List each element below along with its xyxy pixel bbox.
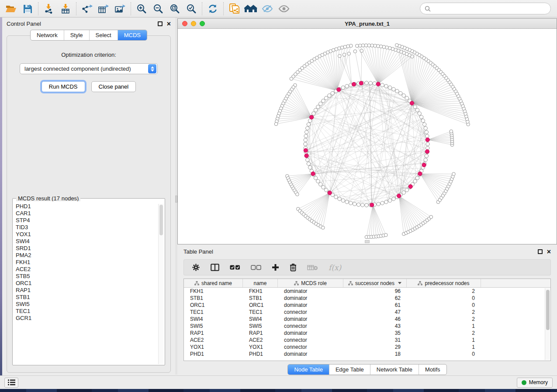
zoom-fit-button[interactable]	[166, 1, 183, 16]
add-column-button[interactable]	[272, 264, 279, 271]
result-node-item[interactable]: ACE2	[16, 266, 164, 273]
zoom-out-button[interactable]	[150, 1, 166, 16]
table-row[interactable]: SWI5SWI5connector431	[184, 323, 550, 330]
column-header-name[interactable]: name	[243, 279, 278, 287]
search-input[interactable]	[433, 5, 546, 12]
delete-table-button[interactable]	[307, 265, 318, 271]
node	[424, 158, 427, 162]
column-header-MCDS-role[interactable]: MCDS role	[278, 279, 343, 287]
delete-column-button[interactable]	[290, 263, 297, 272]
result-node-item[interactable]: CAR1	[16, 210, 164, 217]
mcds-node	[418, 172, 422, 175]
split-view-button[interactable]	[211, 264, 219, 271]
edge	[420, 174, 438, 202]
first-neighbors-button[interactable]	[242, 1, 259, 16]
result-node-item[interactable]: RAP1	[16, 287, 164, 294]
table-settings-button[interactable]	[192, 263, 200, 272]
node	[388, 199, 391, 202]
export-network-button[interactable]	[79, 1, 95, 16]
splitter-handle[interactable]	[175, 196, 177, 203]
result-node-item[interactable]: TEC1	[16, 308, 164, 315]
tab-network[interactable]: Network	[31, 30, 64, 40]
table-scrollbar-thumb[interactable]	[546, 290, 550, 330]
result-node-item[interactable]: TID3	[16, 224, 164, 231]
result-node-item[interactable]: YOX1	[16, 231, 164, 238]
result-node-item[interactable]: SRD1	[16, 245, 164, 252]
memory-button[interactable]: Memory	[517, 378, 553, 388]
hide-selected-button[interactable]	[259, 1, 276, 16]
column-header-successor-nodes[interactable]: successor nodes	[343, 279, 407, 287]
tab-mcds[interactable]: MCDS	[118, 30, 147, 40]
result-node-item[interactable]: FKH1	[16, 259, 164, 266]
edge	[300, 193, 330, 211]
network-window-titlebar[interactable]: YPA_prune.txt_1	[178, 19, 557, 29]
result-node-item[interactable]: STP4	[16, 217, 164, 224]
desktop-wallpaper-bottom	[0, 389, 557, 392]
edge	[309, 103, 412, 165]
result-node-item[interactable]: ORC1	[16, 280, 164, 287]
column-header-shared-name[interactable]: shared name	[184, 279, 243, 287]
panel-splitter[interactable]	[175, 17, 177, 375]
run-mcds-button[interactable]: Run MCDS	[42, 81, 85, 92]
column-header-predecessor-nodes[interactable]: predecessor nodes	[407, 279, 481, 287]
table-tab-network-table[interactable]: Network Table	[370, 364, 419, 375]
canvas-grip[interactable]	[365, 240, 370, 243]
column-label: successor nodes	[355, 280, 394, 286]
result-scrollbar-thumb[interactable]	[159, 205, 163, 235]
table-row[interactable]: FKH1FKH1dominator962	[184, 288, 550, 295]
result-node-item[interactable]: STB5	[16, 273, 164, 280]
table-row[interactable]: PHD1PHD1dominator180	[184, 351, 550, 358]
node	[307, 123, 310, 126]
table-cell: dominator	[278, 330, 343, 336]
save-session-button[interactable]	[19, 1, 36, 16]
search-field[interactable]	[420, 3, 551, 14]
zoom-in-button[interactable]	[133, 1, 150, 16]
result-node-item[interactable]: STB1	[16, 294, 164, 301]
open-file-button[interactable]	[3, 1, 19, 16]
float-table-panel-icon[interactable]	[538, 249, 543, 254]
copy-network-button[interactable]	[226, 1, 242, 16]
tab-style[interactable]: Style	[64, 30, 89, 40]
table-row[interactable]: TEC1TEC1connector472	[184, 309, 550, 316]
node	[296, 193, 299, 196]
float-panel-icon[interactable]	[158, 21, 163, 26]
table-row[interactable]: STB1STB1dominator620	[184, 295, 550, 302]
export-image-button[interactable]	[112, 1, 128, 16]
table-tab-motifs[interactable]: Motifs	[419, 364, 446, 375]
table-row[interactable]: RAP1RAP1dominator352	[184, 330, 550, 337]
mcds-tab-content: Optimization criterion: largest connecte…	[7, 35, 171, 373]
function-builder-button[interactable]: f(x)	[329, 263, 341, 272]
result-node-item[interactable]: PMA2	[16, 252, 164, 259]
close-table-panel-icon[interactable]: ×	[547, 249, 551, 254]
table-tab-node-table[interactable]: Node Table	[288, 364, 329, 375]
close-panel-icon[interactable]: ×	[167, 21, 171, 26]
import-table-button[interactable]	[57, 1, 74, 16]
result-node-item[interactable]: GCR1	[16, 315, 164, 322]
table-scrollbar[interactable]	[545, 288, 550, 360]
deselect-all-button[interactable]	[251, 265, 261, 270]
zoom-selected-button[interactable]	[183, 1, 200, 16]
control-panel-header: Control Panel ×	[2, 17, 175, 30]
table-tab-edge-table[interactable]: Edge Table	[329, 364, 370, 375]
tab-select[interactable]: Select	[89, 30, 118, 40]
export-table-button[interactable]	[95, 1, 112, 16]
result-node-item[interactable]: PHD1	[16, 203, 164, 210]
table-row[interactable]: YOX1YOX1connector291	[184, 344, 550, 351]
table-row[interactable]: SWI4SWI4dominator462	[184, 316, 550, 323]
network-canvas[interactable]	[178, 29, 557, 244]
table-tabs: Node TableEdge TableNetwork TableMotifs	[177, 364, 557, 375]
select-all-button[interactable]	[230, 265, 240, 270]
task-history-button[interactable]	[4, 378, 18, 388]
edge	[412, 87, 453, 103]
mcds-result-list[interactable]: PHD1CAR1STP4TID3YOX1SWI4SRD1PMA2FKH1ACE2…	[13, 201, 164, 364]
criterion-dropdown[interactable]: largest connected component (undirected)	[20, 63, 158, 74]
result-node-item[interactable]: SWI4	[16, 238, 164, 245]
show-all-button[interactable]	[276, 1, 292, 16]
close-panel-button[interactable]: Close panel	[91, 81, 136, 92]
result-scrollbar[interactable]	[158, 204, 164, 364]
table-row[interactable]: ORC1ORC1dominator610	[184, 302, 550, 309]
refresh-button[interactable]	[204, 1, 221, 16]
table-row[interactable]: ACE2ACE2connector311	[184, 337, 550, 344]
import-network-button[interactable]	[41, 1, 57, 16]
result-node-item[interactable]: SWI5	[16, 301, 164, 308]
